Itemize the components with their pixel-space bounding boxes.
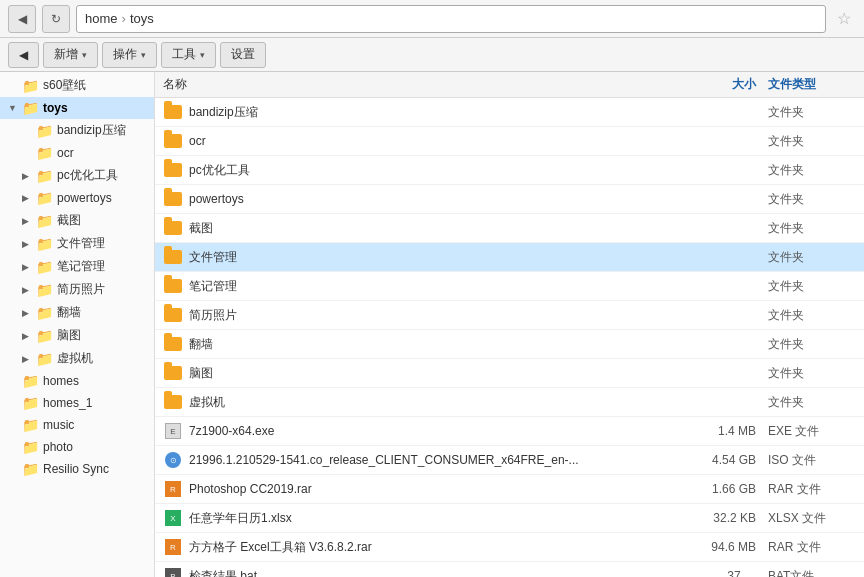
col-size-header[interactable]: 大小 <box>666 76 756 93</box>
folder-icon: 📁 <box>36 190 53 206</box>
folder-icon: 📁 <box>36 168 53 184</box>
sidebar-item-label: 虚拟机 <box>57 350 93 367</box>
folder-icon: 📁 <box>36 328 53 344</box>
back-nav-button[interactable]: ◀ <box>8 42 39 68</box>
sidebar-item-label: powertoys <box>57 191 112 205</box>
sidebar-item-pctools[interactable]: ▶📁pc优化工具 <box>0 164 154 187</box>
settings-button[interactable]: 设置 <box>220 42 266 68</box>
table-row[interactable]: 截图文件夹 <box>155 214 864 243</box>
sidebar-item-label: 简历照片 <box>57 281 105 298</box>
sidebar-item-label: homes <box>43 374 79 388</box>
table-row[interactable]: ⊙21996.1.210529-1541.co_release_CLIENT_C… <box>155 446 864 475</box>
refresh-button[interactable]: ↻ <box>42 5 70 33</box>
back-button[interactable]: ◀ <box>8 5 36 33</box>
file-size: 94.6 MB <box>666 540 756 554</box>
sidebar-item-fanqiang[interactable]: ▶📁翻墙 <box>0 301 154 324</box>
folder-icon <box>163 334 183 354</box>
folder-icon: 📁 <box>36 213 53 229</box>
sidebar-item-label: 文件管理 <box>57 235 105 252</box>
file-type: 文件夹 <box>756 133 856 150</box>
folder-icon: 📁 <box>22 100 39 116</box>
new-button[interactable]: 新增 ▾ <box>43 42 98 68</box>
file-name: 虚拟机 <box>189 394 666 411</box>
file-size: 32.2 KB <box>666 511 756 525</box>
file-name: Photoshop CC2019.rar <box>189 482 666 496</box>
sidebar-item-music[interactable]: 📁music <box>0 414 154 436</box>
file-name: 脑图 <box>189 365 666 382</box>
file-name: 笔记管理 <box>189 278 666 295</box>
folder-icon: 📁 <box>22 461 39 477</box>
file-type: XLSX 文件 <box>756 510 856 527</box>
col-type-header[interactable]: 文件类型 <box>756 76 856 93</box>
file-name: bandizip压缩 <box>189 104 666 121</box>
table-row[interactable]: powertoys文件夹 <box>155 185 864 214</box>
table-row[interactable]: 文件管理文件夹 <box>155 243 864 272</box>
table-row[interactable]: RPhotoshop CC2019.rar1.66 GBRAR 文件 <box>155 475 864 504</box>
toolbar: ◀ 新增 ▾ 操作 ▾ 工具 ▾ 设置 <box>0 38 864 72</box>
sidebar-item-toys[interactable]: ▼📁toys <box>0 97 154 119</box>
sidebar-item-notemanager[interactable]: ▶📁笔记管理 <box>0 255 154 278</box>
sidebar-item-label: photo <box>43 440 73 454</box>
file-type: 文件夹 <box>756 307 856 324</box>
file-type: 文件夹 <box>756 162 856 179</box>
expand-arrow-icon: ▶ <box>22 331 32 341</box>
table-row[interactable]: 笔记管理文件夹 <box>155 272 864 301</box>
sidebar-item-naotu[interactable]: ▶📁脑图 <box>0 324 154 347</box>
folder-icon: 📁 <box>36 259 53 275</box>
sidebar-item-resilio[interactable]: 📁Resilio Sync <box>0 458 154 480</box>
expand-arrow-icon: ▶ <box>22 193 32 203</box>
table-row[interactable]: E7z1900-x64.exe1.4 MBEXE 文件 <box>155 417 864 446</box>
table-row[interactable]: ocr文件夹 <box>155 127 864 156</box>
file-size: 1.4 MB <box>666 424 756 438</box>
folder-icon <box>163 363 183 383</box>
file-rows: bandizip压缩文件夹ocr文件夹pc优化工具文件夹powertoys文件夹… <box>155 98 864 577</box>
sidebar-item-label: toys <box>43 101 68 115</box>
table-row[interactable]: 脑图文件夹 <box>155 359 864 388</box>
rar-icon: R <box>163 479 183 499</box>
exe-icon: E <box>163 421 183 441</box>
col-name-header[interactable]: 名称 <box>163 76 666 93</box>
file-list-header: 名称 大小 文件类型 <box>155 72 864 98</box>
sidebar-item-powertoys[interactable]: ▶📁powertoys <box>0 187 154 209</box>
sidebar-item-resume[interactable]: ▶📁简历照片 <box>0 278 154 301</box>
tools-button[interactable]: 工具 ▾ <box>161 42 216 68</box>
sidebar-item-homes[interactable]: 📁homes <box>0 370 154 392</box>
sidebar-item-bandizip[interactable]: 📁bandizip压缩 <box>0 119 154 142</box>
file-type: BAT文件 <box>756 568 856 578</box>
sidebar-item-vm[interactable]: ▶📁虚拟机 <box>0 347 154 370</box>
table-row[interactable]: 虚拟机文件夹 <box>155 388 864 417</box>
sidebar-item-ocr[interactable]: 📁ocr <box>0 142 154 164</box>
sidebar-item-filemanager[interactable]: ▶📁文件管理 <box>0 232 154 255</box>
sidebar-item-photo[interactable]: 📁photo <box>0 436 154 458</box>
file-size: 1.66 GB <box>666 482 756 496</box>
file-type: EXE 文件 <box>756 423 856 440</box>
table-row[interactable]: bandizip压缩文件夹 <box>155 98 864 127</box>
table-row[interactable]: 简历照片文件夹 <box>155 301 864 330</box>
folder-icon <box>163 247 183 267</box>
expand-arrow-icon: ▶ <box>22 285 32 295</box>
folder-icon <box>163 305 183 325</box>
address-bar[interactable]: home › toys <box>76 5 826 33</box>
table-row[interactable]: X任意学年日历1.xlsx32.2 KBXLSX 文件 <box>155 504 864 533</box>
folder-icon <box>163 189 183 209</box>
table-row[interactable]: B检查结果.bat37 …BAT文件 <box>155 562 864 577</box>
table-row[interactable]: 翻墙文件夹 <box>155 330 864 359</box>
sidebar-item-s60[interactable]: 📁s60壁纸 <box>0 74 154 97</box>
table-row[interactable]: pc优化工具文件夹 <box>155 156 864 185</box>
sidebar-item-screenshot[interactable]: ▶📁截图 <box>0 209 154 232</box>
file-type: RAR 文件 <box>756 481 856 498</box>
file-name: 方方格子 Excel工具箱 V3.6.8.2.rar <box>189 539 666 556</box>
table-row[interactable]: R方方格子 Excel工具箱 V3.6.8.2.rar94.6 MBRAR 文件 <box>155 533 864 562</box>
folder-icon <box>163 102 183 122</box>
file-type: 文件夹 <box>756 104 856 121</box>
file-type: RAR 文件 <box>756 539 856 556</box>
expand-arrow-icon: ▶ <box>22 171 32 181</box>
bookmark-button[interactable]: ☆ <box>832 7 856 31</box>
sidebar-item-label: bandizip压缩 <box>57 122 126 139</box>
sidebar-item-label: s60壁纸 <box>43 77 86 94</box>
operations-button[interactable]: 操作 ▾ <box>102 42 157 68</box>
sidebar-item-homes1[interactable]: 📁homes_1 <box>0 392 154 414</box>
folder-icon <box>163 276 183 296</box>
file-name: powertoys <box>189 192 666 206</box>
folder-icon: 📁 <box>36 351 53 367</box>
